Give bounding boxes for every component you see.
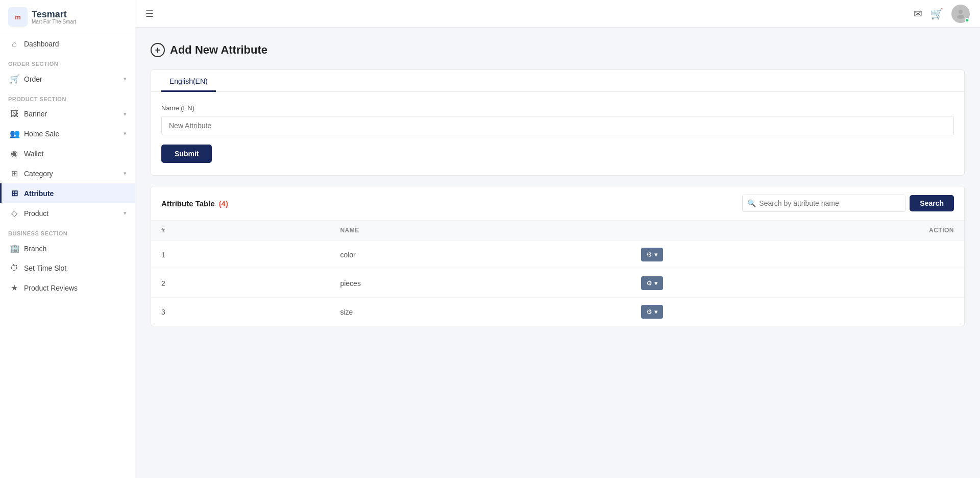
row-num: 1 <box>151 241 330 269</box>
row-action: ⚙ ▾ <box>631 269 964 298</box>
table-row: 1 color ⚙ ▾ <box>151 241 964 269</box>
logo-icon: m <box>8 7 28 27</box>
sidebar-label-home-sale: Home Sale <box>24 130 59 138</box>
sidebar-item-dashboard[interactable]: ⌂ Dashboard <box>0 34 135 54</box>
sidebar-item-branch[interactable]: 🏢 Branch <box>0 238 135 258</box>
sidebar-item-category[interactable]: ⊞ Category ▾ <box>0 163 135 183</box>
reviews-icon: ★ <box>10 283 19 293</box>
topbar-left: ☰ <box>145 8 154 19</box>
topbar-right: ✉ 🛒 <box>914 5 970 23</box>
attribute-table-card: Attribute Table (4) 🔍 Search # NAME <box>151 186 965 326</box>
category-icon: ⊞ <box>10 169 19 178</box>
page-title-row: + Add New Attribute <box>151 43 965 57</box>
attribute-table: # NAME ACTION 1 color ⚙ ▾ <box>151 221 964 326</box>
svg-point-3 <box>957 15 964 19</box>
tab-english[interactable]: English(EN) <box>161 70 216 92</box>
chevron-down-icon: ▾ <box>124 210 127 217</box>
chevron-down-icon: ▾ <box>124 170 127 177</box>
home-sale-icon: 👥 <box>10 129 19 138</box>
sidebar-logo: m Tesmart Mart For The Smart <box>0 0 135 34</box>
time-slot-icon: ⏱ <box>10 264 19 273</box>
sidebar-label-attribute: Attribute <box>24 189 54 198</box>
sidebar: m Tesmart Mart For The Smart ⌂ Dashboard… <box>0 0 135 478</box>
mail-icon[interactable]: ✉ <box>914 8 922 20</box>
row-name: size <box>330 298 631 326</box>
row-num: 2 <box>151 269 330 298</box>
chevron-down-icon: ▾ <box>654 308 658 316</box>
name-label: Name (EN) <box>161 104 954 112</box>
search-input-wrap: 🔍 <box>742 195 905 212</box>
row-name: color <box>330 241 631 269</box>
sidebar-label-dashboard: Dashboard <box>24 40 59 48</box>
sidebar-item-attribute[interactable]: ⊞ Attribute <box>0 183 135 203</box>
action-button-3[interactable]: ⚙ ▾ <box>641 305 663 319</box>
order-icon: 🛒 <box>10 74 19 84</box>
table-header-row: # NAME ACTION <box>151 221 964 241</box>
attribute-icon: ⊞ <box>10 188 19 198</box>
gear-icon: ⚙ <box>646 251 652 258</box>
chevron-down-icon: ▾ <box>654 279 658 287</box>
home-icon: ⌂ <box>10 39 19 49</box>
online-status-dot <box>965 18 969 22</box>
app-subtitle: Mart For The Smart <box>32 19 76 25</box>
main-content: ☰ ✉ 🛒 + Add New Attribute <box>135 0 980 478</box>
sidebar-item-home-sale[interactable]: 👥 Home Sale ▾ <box>0 124 135 144</box>
table-row: 3 size ⚙ ▾ <box>151 298 964 326</box>
sidebar-label-product: Product <box>24 209 48 218</box>
table-title: Attribute Table <box>161 199 215 208</box>
sidebar-toggle-button[interactable]: ☰ <box>145 8 154 19</box>
table-body: 1 color ⚙ ▾ 2 pieces <box>151 241 964 326</box>
sidebar-label-category: Category <box>24 170 53 178</box>
row-action: ⚙ ▾ <box>631 241 964 269</box>
section-label-order: ORDER SECTION <box>0 54 135 69</box>
table-title-wrap: Attribute Table (4) <box>161 199 228 208</box>
wallet-icon: ◉ <box>10 149 19 158</box>
section-label-business: BUSINESS SECTION <box>0 223 135 238</box>
search-button[interactable]: Search <box>910 195 954 211</box>
svg-point-2 <box>959 10 963 14</box>
submit-button[interactable]: Submit <box>161 145 212 163</box>
svg-text:m: m <box>15 13 21 21</box>
table-count: (4) <box>219 199 228 208</box>
section-label-product: PRODUCT SECTION <box>0 89 135 104</box>
sidebar-item-order[interactable]: 🛒 Order ▾ <box>0 69 135 89</box>
chevron-down-icon: ▾ <box>124 130 127 137</box>
attribute-search-input[interactable] <box>742 195 905 212</box>
gear-icon: ⚙ <box>646 308 652 316</box>
sidebar-label-branch: Branch <box>24 245 46 253</box>
col-name: NAME <box>330 221 631 241</box>
col-action: ACTION <box>631 221 964 241</box>
page-title: Add New Attribute <box>170 43 267 57</box>
sidebar-item-wallet[interactable]: ◉ Wallet <box>0 144 135 163</box>
sidebar-label-banner: Banner <box>24 110 47 118</box>
chevron-down-icon: ▾ <box>654 251 658 258</box>
sidebar-item-product-reviews[interactable]: ★ Product Reviews <box>0 278 135 298</box>
product-icon: ◇ <box>10 208 19 218</box>
sidebar-label-product-reviews: Product Reviews <box>24 284 78 292</box>
topbar: ☰ ✉ 🛒 <box>135 0 980 28</box>
app-title: Tesmart <box>32 9 76 20</box>
sidebar-label-order: Order <box>24 75 42 83</box>
row-name: pieces <box>330 269 631 298</box>
gear-icon: ⚙ <box>646 279 652 287</box>
sidebar-label-set-time-slot: Set Time Slot <box>24 264 66 272</box>
row-action: ⚙ ▾ <box>631 298 964 326</box>
logo-text-wrap: Tesmart Mart For The Smart <box>32 9 76 25</box>
cart-icon[interactable]: 🛒 <box>930 8 943 20</box>
user-avatar-wrap[interactable] <box>951 5 970 23</box>
sidebar-item-banner[interactable]: 🖼 Banner ▾ <box>0 104 135 124</box>
search-icon: 🔍 <box>747 199 756 207</box>
attribute-name-input[interactable] <box>161 116 954 135</box>
sidebar-item-product[interactable]: ◇ Product ▾ <box>0 203 135 223</box>
add-icon: + <box>151 43 165 57</box>
sidebar-item-set-time-slot[interactable]: ⏱ Set Time Slot <box>0 258 135 278</box>
action-button-1[interactable]: ⚙ ▾ <box>641 248 663 261</box>
form-body: Name (EN) Submit <box>151 92 964 175</box>
row-num: 3 <box>151 298 330 326</box>
search-wrap: 🔍 Search <box>742 195 954 212</box>
language-tabs: English(EN) <box>151 70 964 92</box>
action-button-2[interactable]: ⚙ ▾ <box>641 276 663 290</box>
sidebar-label-wallet: Wallet <box>24 150 43 158</box>
branch-icon: 🏢 <box>10 244 19 253</box>
banner-icon: 🖼 <box>10 109 19 118</box>
